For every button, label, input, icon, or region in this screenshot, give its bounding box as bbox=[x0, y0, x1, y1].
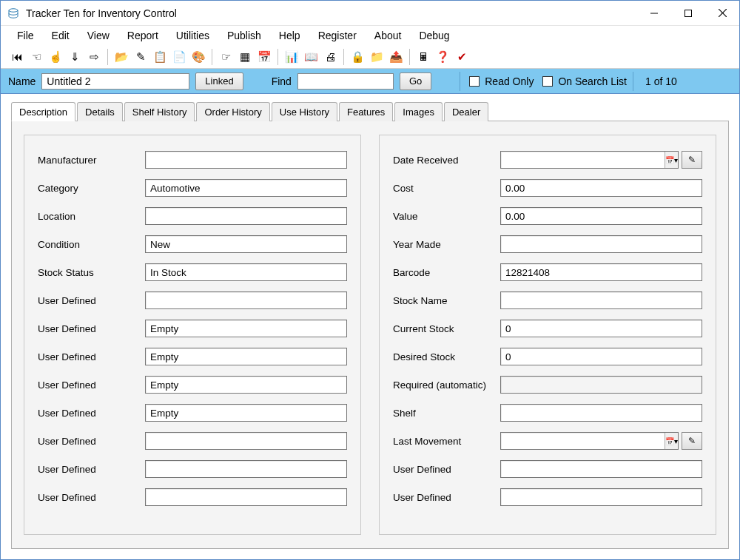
menu-help[interactable]: Help bbox=[272, 27, 308, 44]
field-label: Last Movement bbox=[393, 436, 500, 447]
menu-utilities[interactable]: Utilities bbox=[169, 27, 217, 44]
field-row: User Defined bbox=[393, 483, 702, 511]
tab-images[interactable]: Images bbox=[394, 102, 443, 121]
menu-view[interactable]: View bbox=[80, 27, 117, 44]
field-row: Stock Status bbox=[38, 258, 347, 286]
help-icon[interactable]: ❓ bbox=[434, 48, 451, 66]
field-input[interactable] bbox=[145, 151, 347, 169]
date-input[interactable] bbox=[500, 151, 679, 169]
field-input[interactable] bbox=[145, 404, 347, 422]
menu-debug[interactable]: Debug bbox=[411, 27, 457, 44]
check-icon[interactable]: ✔ bbox=[453, 48, 471, 66]
readonly-checkbox[interactable]: Read Only bbox=[466, 74, 534, 89]
field-input[interactable] bbox=[500, 488, 702, 506]
field-label: User Defined bbox=[38, 464, 145, 475]
field-input[interactable] bbox=[500, 207, 702, 225]
edit-icon[interactable]: ✎ bbox=[132, 48, 149, 66]
svg-point-0 bbox=[9, 8, 18, 11]
field-input[interactable] bbox=[145, 263, 347, 281]
field-input[interactable] bbox=[145, 488, 347, 506]
field-input[interactable] bbox=[500, 348, 702, 365]
find-input[interactable] bbox=[297, 73, 394, 90]
field-input[interactable] bbox=[500, 235, 702, 253]
linked-button[interactable]: Linked bbox=[195, 72, 243, 90]
calendar-icon[interactable]: 📅 bbox=[255, 48, 273, 66]
field-row: User Defined bbox=[38, 343, 347, 371]
copy-icon[interactable]: 📋 bbox=[151, 48, 169, 66]
separator bbox=[460, 72, 460, 91]
lock-icon[interactable]: 🔒 bbox=[349, 48, 366, 66]
field-label: Shelf bbox=[393, 408, 500, 419]
pointer-icon[interactable]: ☞ bbox=[217, 48, 235, 66]
right-field-group: Date Received📅▾✎CostValueYear MadeBarcod… bbox=[379, 135, 716, 535]
field-input[interactable] bbox=[500, 404, 702, 422]
calc-icon[interactable]: 🖩 bbox=[414, 48, 432, 66]
field-row: Last Movement📅▾✎ bbox=[393, 427, 702, 455]
onsearch-checkbox-input[interactable] bbox=[542, 76, 553, 87]
tab-details[interactable]: Details bbox=[77, 102, 123, 121]
field-input[interactable] bbox=[145, 348, 347, 365]
date-input[interactable] bbox=[500, 432, 679, 450]
field-row: User Defined bbox=[38, 483, 347, 511]
field-input[interactable] bbox=[500, 263, 702, 281]
palette-icon[interactable]: 🎨 bbox=[189, 48, 207, 66]
grid-icon[interactable]: ▦ bbox=[236, 48, 254, 66]
field-input[interactable] bbox=[145, 207, 347, 225]
chart-icon[interactable]: 📊 bbox=[283, 48, 300, 66]
minimize-button[interactable] bbox=[637, 1, 671, 25]
export-icon[interactable]: 📤 bbox=[387, 48, 405, 66]
nav-prev-icon[interactable]: ☜ bbox=[27, 48, 45, 66]
menu-publish[interactable]: Publish bbox=[220, 27, 269, 44]
print-icon[interactable]: 🖨 bbox=[321, 48, 339, 66]
field-label: Category bbox=[38, 183, 145, 194]
field-input[interactable] bbox=[145, 235, 347, 253]
date-dropdown-icon[interactable]: 📅▾ bbox=[665, 152, 678, 168]
date-dropdown-icon[interactable]: 📅▾ bbox=[665, 433, 678, 449]
menu-report[interactable]: Report bbox=[120, 27, 166, 44]
tab-description[interactable]: Description bbox=[11, 102, 75, 121]
tab-dealer[interactable]: Dealer bbox=[444, 102, 488, 121]
tab-use-history[interactable]: Use History bbox=[272, 102, 337, 121]
nav-up-icon[interactable]: ☝ bbox=[47, 48, 64, 66]
field-input[interactable] bbox=[145, 291, 347, 309]
field-label: Stock Status bbox=[38, 267, 145, 278]
book-icon[interactable]: 📖 bbox=[302, 48, 320, 66]
menu-register[interactable]: Register bbox=[311, 27, 364, 44]
field-input[interactable] bbox=[500, 320, 702, 337]
tab-shelf-history[interactable]: Shelf History bbox=[124, 102, 195, 121]
go-button[interactable]: Go bbox=[400, 72, 431, 90]
folder-icon[interactable]: 📁 bbox=[368, 48, 386, 66]
nav-first-icon[interactable]: ⏮ bbox=[8, 48, 26, 66]
menu-about[interactable]: About bbox=[367, 27, 409, 44]
field-input[interactable] bbox=[145, 432, 347, 450]
tab-order-history[interactable]: Order History bbox=[196, 102, 269, 121]
field-label: Value bbox=[393, 211, 500, 222]
field-input[interactable] bbox=[145, 320, 347, 337]
name-bar: Name Linked Find Go Read Only On Search … bbox=[1, 69, 739, 94]
field-input[interactable] bbox=[500, 179, 702, 197]
date-edit-button[interactable]: ✎ bbox=[682, 432, 702, 450]
nav-next-icon[interactable]: ⇨ bbox=[85, 48, 103, 66]
menu-file[interactable]: File bbox=[10, 27, 41, 44]
field-label: Cost bbox=[393, 183, 500, 194]
field-input[interactable] bbox=[145, 179, 347, 197]
close-button[interactable] bbox=[705, 1, 739, 25]
date-edit-button[interactable]: ✎ bbox=[682, 151, 702, 169]
tab-features[interactable]: Features bbox=[339, 102, 393, 121]
readonly-checkbox-input[interactable] bbox=[469, 76, 480, 87]
paste-icon[interactable]: 📄 bbox=[170, 48, 188, 66]
maximize-button[interactable] bbox=[671, 1, 705, 25]
nav-down-icon[interactable]: ⇓ bbox=[66, 48, 84, 66]
field-row: User Defined bbox=[38, 314, 347, 343]
field-input[interactable] bbox=[145, 460, 347, 478]
field-input[interactable] bbox=[500, 460, 702, 478]
toolbar-separator bbox=[212, 49, 212, 65]
onsearch-checkbox[interactable]: On Search List bbox=[539, 74, 627, 89]
open-icon[interactable]: 📂 bbox=[112, 48, 130, 66]
name-input[interactable] bbox=[41, 73, 189, 90]
field-label: User Defined bbox=[38, 351, 145, 362]
menu-edit[interactable]: Edit bbox=[44, 27, 77, 44]
field-row: Cost bbox=[393, 174, 702, 202]
field-input[interactable] bbox=[145, 376, 347, 394]
field-input[interactable] bbox=[500, 291, 702, 309]
